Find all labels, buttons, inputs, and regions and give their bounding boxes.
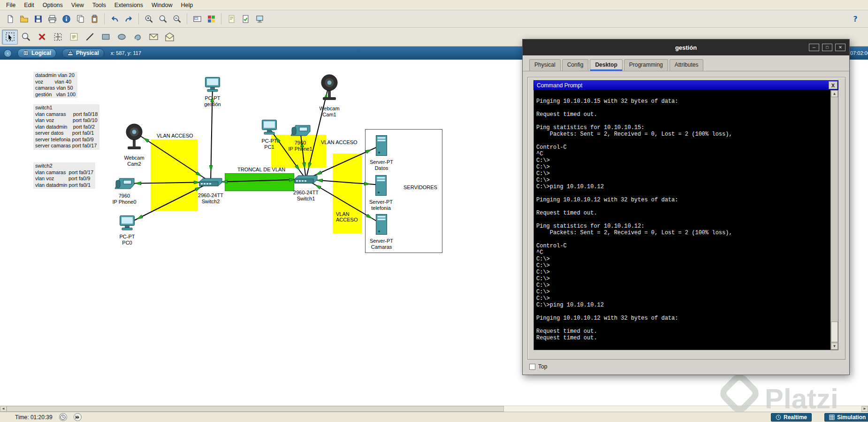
- scroll-left-icon[interactable]: ◄: [0, 406, 7, 412]
- logical-label: Logical: [31, 50, 51, 56]
- zoom-in-icon: [145, 15, 153, 23]
- note-vlan-table[interactable]: datadmin vlan 20 voz vlan 40 camaras vla…: [33, 72, 77, 98]
- cursor-coordinates: x: 587, y: 117: [111, 50, 141, 56]
- tool-delete-button[interactable]: [34, 30, 50, 45]
- toolbar-zoom-original-button[interactable]: [156, 12, 170, 25]
- toolbar-zoom-in-button[interactable]: [142, 12, 156, 25]
- command-prompt-title: Command Prompt: [537, 82, 582, 89]
- tool-add-complex-pdu-button[interactable]: [161, 30, 177, 45]
- tool-add-simple-pdu-button[interactable]: [145, 30, 161, 45]
- tab-programming[interactable]: Programming: [624, 59, 668, 71]
- toolbar-activity-wizard-button[interactable]: [59, 12, 73, 25]
- terminal-scrollbar-thumb[interactable]: [831, 322, 838, 342]
- top-checkbox-box[interactable]: [529, 364, 535, 370]
- tool-draw-rectangle-button[interactable]: [98, 30, 114, 45]
- scroll-right-icon[interactable]: ►: [861, 406, 868, 412]
- dialog-title-bar[interactable]: gestión ─ □ ✕: [523, 39, 849, 55]
- toolbar-save-button[interactable]: [31, 12, 45, 25]
- add-simple-pdu-icon: [149, 32, 159, 42]
- tool-draw-ellipse-button[interactable]: [114, 30, 129, 45]
- tab-physical[interactable]: Physical: [529, 59, 561, 71]
- toolbar-print-button[interactable]: [45, 12, 59, 25]
- command-prompt-title-bar[interactable]: Command Prompt X: [533, 80, 838, 90]
- menu-view[interactable]: View: [67, 1, 88, 9]
- menu-help[interactable]: Help: [176, 1, 197, 9]
- status-bar: Time: 01:20:39 Realtime Simulation: [0, 412, 868, 422]
- note-switch2-table[interactable]: switch2 vlan camaras port fa0/17 vlan vo…: [33, 162, 95, 189]
- menu-window[interactable]: Window: [147, 1, 176, 9]
- toolbar-undo-button[interactable]: [107, 12, 122, 25]
- clock-display: 07:02:00: [850, 50, 868, 56]
- gestion-dialog: gestión ─ □ ✕ PhysicalConfigDesktopProgr…: [522, 39, 850, 375]
- terminal[interactable]: Pinging 10.10.10.15 with 32 bytes of dat…: [533, 90, 838, 350]
- horizontal-scrollbar-thumb[interactable]: [7, 406, 504, 412]
- maximize-button[interactable]: □: [822, 44, 832, 51]
- tool-select-button[interactable]: [2, 30, 18, 45]
- tool-draw-line-button[interactable]: [82, 30, 98, 45]
- draw-ellipse-icon: [117, 32, 127, 42]
- realtime-clock-icon: [776, 414, 781, 420]
- tab-attributes[interactable]: Attributes: [670, 59, 704, 71]
- note-switch1-table[interactable]: switch1 vlan camaras port fa0/18 vlan vo…: [33, 104, 99, 150]
- top-checkbox[interactable]: Top: [529, 363, 547, 370]
- paste-icon: [90, 15, 99, 23]
- simulation-mode-button[interactable]: Simulation: [824, 413, 868, 422]
- menu-tools[interactable]: Tools: [88, 1, 110, 9]
- command-prompt-window: Command Prompt X Pinging 10.10.10.15 wit…: [533, 80, 838, 350]
- scroll-up-icon[interactable]: ▲: [831, 90, 838, 97]
- zoom-original-icon: [159, 15, 168, 23]
- menu-edit[interactable]: Edit: [20, 1, 38, 9]
- tab-desktop[interactable]: Desktop: [590, 59, 622, 71]
- menu-bar: FileEditOptionsViewToolsExtensionsWindow…: [0, 0, 868, 10]
- open-icon: [20, 15, 29, 23]
- toolbar-separator: [104, 13, 105, 24]
- activity-wizard-icon: [62, 15, 71, 23]
- help-icon: ?: [853, 15, 857, 23]
- toolbar-zoom-out-button[interactable]: [170, 12, 184, 25]
- minimize-button[interactable]: ─: [809, 44, 819, 51]
- simulation-grid-icon: [829, 414, 835, 420]
- select-icon: [5, 32, 15, 42]
- toolbar-help-button[interactable]: ?: [848, 12, 862, 25]
- copy-icon: [76, 15, 85, 23]
- close-button[interactable]: ✕: [835, 44, 845, 51]
- realtime-label: Realtime: [784, 414, 807, 421]
- inspect-icon: [21, 32, 31, 42]
- power-cycle-clock-icon[interactable]: [59, 413, 67, 421]
- simulation-label: Simulation: [837, 414, 866, 421]
- toolbar-custom-devices-button[interactable]: [252, 12, 266, 25]
- tab-config[interactable]: Config: [562, 59, 589, 71]
- toolbar-drawing-palette-button[interactable]: [204, 12, 218, 25]
- tab-physical[interactable]: Physical: [62, 48, 104, 58]
- main-toolbar: ?: [0, 10, 868, 28]
- menu-options[interactable]: Options: [38, 1, 67, 9]
- menu-extensions[interactable]: Extensions: [110, 1, 147, 9]
- toolbar-paste-button[interactable]: [87, 12, 101, 25]
- command-prompt-close-button[interactable]: X: [829, 81, 838, 89]
- menu-file[interactable]: File: [2, 1, 20, 9]
- toolbar-open-button[interactable]: [17, 12, 31, 25]
- toolbar-redo-button[interactable]: [122, 12, 136, 25]
- realtime-mode-button[interactable]: Realtime: [771, 413, 812, 422]
- delete-icon: [37, 32, 47, 42]
- horizontal-scrollbar[interactable]: ◄ ►: [0, 406, 868, 412]
- toolbar-copy-button[interactable]: [73, 12, 87, 25]
- scroll-down-icon[interactable]: ▼: [831, 343, 838, 350]
- tool-inspect-button[interactable]: [18, 30, 34, 45]
- print-icon: [48, 15, 57, 23]
- draw-rectangle-icon: [101, 32, 111, 42]
- toolbar-network-note-button[interactable]: [224, 12, 238, 25]
- toolbar-viewport-button[interactable]: [190, 12, 204, 25]
- back-icon[interactable]: ‹: [4, 49, 12, 57]
- fast-forward-icon[interactable]: [74, 413, 82, 421]
- toolbar-separator: [187, 13, 187, 24]
- toolbar-activity-grading-button[interactable]: [238, 12, 252, 25]
- tool-draw-freeform-button[interactable]: [129, 30, 145, 45]
- physical-workspace-icon: [67, 50, 74, 56]
- toolbar-new-button[interactable]: [3, 12, 17, 25]
- tool-resize-shape-button[interactable]: [50, 30, 66, 45]
- tab-logical[interactable]: Logical: [17, 48, 56, 58]
- terminal-scrollbar[interactable]: ▲ ▼: [830, 90, 838, 350]
- tool-place-note-button[interactable]: [66, 30, 82, 45]
- draw-line-icon: [85, 32, 95, 42]
